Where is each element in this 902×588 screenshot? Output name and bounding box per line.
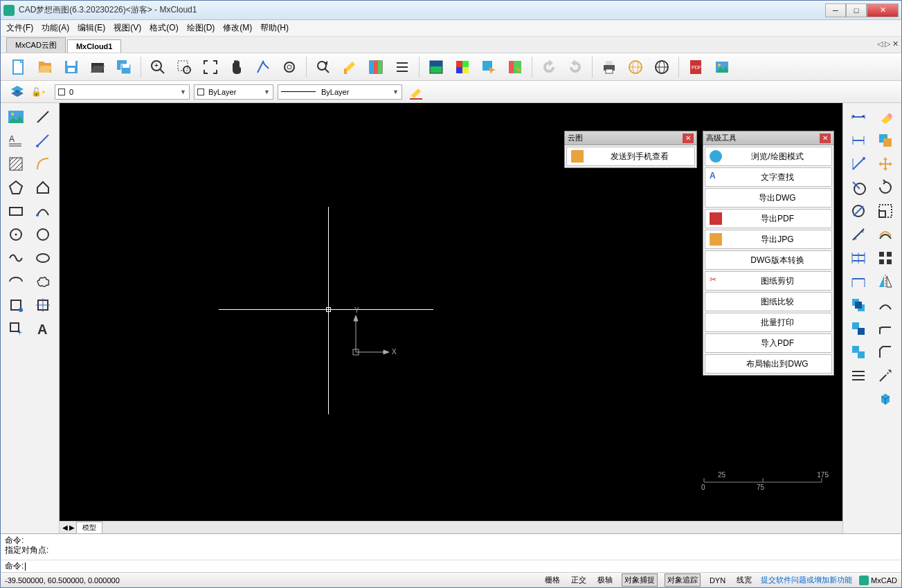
globe-icon[interactable]: [651, 56, 673, 78]
move-icon[interactable]: [873, 153, 898, 175]
scale-icon[interactable]: [873, 200, 898, 222]
text-icon[interactable]: A: [3, 129, 28, 151]
tool-text-search[interactable]: A文字查找: [705, 167, 832, 187]
rectangle-icon[interactable]: [3, 200, 28, 222]
open-icon[interactable]: [87, 56, 109, 78]
menu-help[interactable]: 帮助(H): [260, 22, 289, 34]
web-icon[interactable]: [624, 56, 647, 78]
explode-icon[interactable]: [846, 341, 871, 363]
tools-panel-close-icon[interactable]: ✕: [820, 134, 831, 143]
zoom-realtime-icon[interactable]: [278, 56, 300, 78]
arc-icon[interactable]: [30, 153, 55, 175]
match-icon[interactable]: [504, 56, 526, 78]
layer-icon[interactable]: [425, 56, 447, 78]
color-icon[interactable]: [451, 56, 473, 78]
menu-draw[interactable]: 绘图(D): [187, 22, 215, 34]
dim-diameter-icon[interactable]: [846, 200, 871, 222]
linetype-combo[interactable]: ByLayer▼: [278, 84, 402, 100]
properties-icon[interactable]: [365, 56, 387, 78]
hatch-icon[interactable]: [3, 153, 28, 175]
dim-arc-icon[interactable]: [846, 223, 871, 246]
linetype-edit-icon[interactable]: [406, 83, 426, 101]
join-icon[interactable]: [873, 365, 898, 387]
dim-radius-icon[interactable]: [846, 176, 871, 199]
tool-batch-print[interactable]: 批量打印: [705, 313, 832, 332]
extend-icon[interactable]: [873, 294, 898, 316]
scroll-right-icon[interactable]: ▶: [69, 524, 75, 531]
tab-controls[interactable]: ◁ ▷ ✕: [877, 39, 899, 48]
tool-dwg-convert[interactable]: DWG版本转换: [705, 250, 832, 270]
erase-icon[interactable]: [873, 106, 898, 128]
saveas-icon[interactable]: [113, 56, 135, 78]
mode-osnap[interactable]: 对象捕捉: [622, 573, 658, 587]
image-tool-icon[interactable]: [3, 106, 28, 128]
mirror-icon[interactable]: [873, 270, 898, 293]
mode-grid[interactable]: 栅格: [543, 574, 562, 586]
fillet-icon[interactable]: [873, 318, 898, 340]
circle-icon[interactable]: [30, 223, 55, 246]
leader-icon[interactable]: [846, 270, 871, 293]
new-icon[interactable]: [8, 56, 30, 78]
menu-format[interactable]: 格式(O): [150, 22, 178, 34]
ellipse-icon[interactable]: [30, 247, 55, 269]
tool-export-pdf[interactable]: 导出PDF: [705, 209, 832, 228]
line-icon[interactable]: [30, 106, 55, 128]
tool-layout-export[interactable]: 布局输出到DWG: [705, 354, 832, 374]
undo-icon[interactable]: [538, 56, 560, 78]
chamfer-icon[interactable]: [873, 341, 898, 363]
ellipse-arc-icon[interactable]: [3, 270, 28, 293]
select-icon[interactable]: [478, 56, 500, 78]
tool-import-pdf[interactable]: 导入PDF: [705, 333, 832, 353]
offset-icon[interactable]: [873, 223, 898, 246]
tool-compare[interactable]: 图纸比较: [705, 292, 832, 311]
dim-linear-icon[interactable]: [846, 106, 871, 128]
maximize-button[interactable]: □: [846, 3, 867, 17]
feedback-link[interactable]: 提交软件问题或增加新功能: [761, 575, 852, 585]
text-a-icon[interactable]: A: [30, 318, 55, 340]
tab-mxcloud1[interactable]: MxCloud1: [67, 39, 122, 53]
rotate-icon[interactable]: [873, 176, 898, 199]
donut-icon[interactable]: [3, 294, 28, 316]
mode-otrack[interactable]: 对象追踪: [665, 573, 701, 587]
dim-angular-icon[interactable]: [846, 153, 871, 175]
regen-icon[interactable]: [312, 56, 334, 78]
print-icon[interactable]: [598, 56, 620, 78]
stretch-icon[interactable]: [846, 365, 871, 387]
block-icon[interactable]: [30, 294, 55, 316]
mode-dyn[interactable]: DYN: [707, 576, 728, 585]
mode-lineweight[interactable]: 线宽: [734, 574, 754, 586]
trim-icon[interactable]: [846, 294, 871, 316]
spline-icon[interactable]: [3, 247, 28, 269]
pentagon-icon[interactable]: [30, 176, 55, 199]
layers-icon[interactable]: [8, 83, 27, 101]
menu-file[interactable]: 文件(F): [6, 22, 33, 34]
command-line[interactable]: 命令:: [1, 560, 901, 572]
tab-cloud[interactable]: MxCAD云图: [6, 37, 66, 53]
menu-modify[interactable]: 修改(M): [223, 22, 252, 34]
dim-aligned-icon[interactable]: [846, 129, 871, 151]
drawing-canvas[interactable]: YX 云图✕ 发送到手机查看 高级工具✕ 浏览/绘图模式 A文字查找 导出DWG…: [60, 103, 842, 521]
minimize-button[interactable]: ─: [825, 3, 846, 17]
tool-export-jpg[interactable]: 导出JPG: [705, 230, 832, 249]
arc3p-icon[interactable]: [30, 200, 55, 222]
mode-ortho[interactable]: 正交: [569, 574, 588, 586]
break-icon[interactable]: [846, 318, 871, 340]
menu-edit[interactable]: 编辑(E): [78, 22, 105, 34]
save-icon[interactable]: [60, 56, 82, 78]
insert-icon[interactable]: +: [3, 318, 28, 340]
polygon-icon[interactable]: [3, 176, 28, 199]
dim-continue-icon[interactable]: [846, 247, 871, 269]
copy-icon[interactable]: [873, 129, 898, 151]
list-icon[interactable]: [391, 56, 413, 78]
cloud-panel-close-icon[interactable]: ✕: [683, 134, 694, 143]
redo-icon[interactable]: [564, 56, 586, 78]
tool-crop[interactable]: ✂图纸剪切: [705, 271, 832, 291]
tool-browse-mode[interactable]: 浏览/绘图模式: [705, 147, 832, 166]
3d-icon[interactable]: [873, 388, 898, 410]
color-combo[interactable]: ByLayer▼: [194, 84, 273, 100]
menu-function[interactable]: 功能(A): [42, 22, 69, 34]
zoom-in-icon[interactable]: +: [147, 56, 169, 78]
zoom-extents-icon[interactable]: [199, 56, 222, 78]
pan-icon[interactable]: [226, 56, 248, 78]
send-to-phone-button[interactable]: 发送到手机查看: [566, 147, 695, 166]
